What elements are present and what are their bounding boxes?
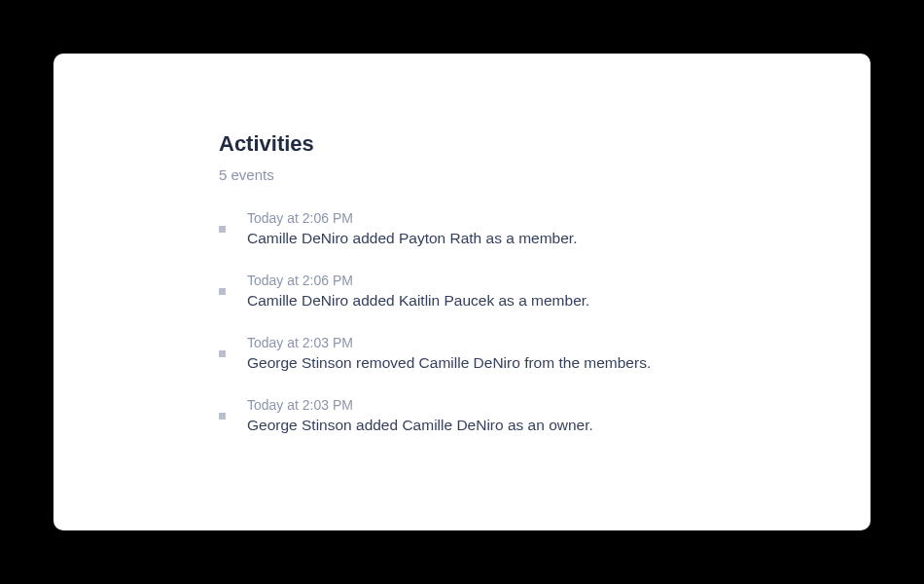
activity-description: Camille DeNiro added Kaitlin Paucek as a…	[247, 292, 589, 310]
activity-list: Today at 2:06 PM Camille DeNiro added Pa…	[219, 210, 871, 434]
bullet-icon	[219, 350, 226, 357]
activity-timestamp: Today at 2:06 PM	[247, 210, 577, 226]
bullet-icon	[219, 413, 226, 420]
activity-item: Today at 2:06 PM Camille DeNiro added Ka…	[219, 273, 871, 310]
activity-description: George Stinson added Camille DeNiro as a…	[247, 417, 593, 434]
activity-content: Today at 2:06 PM Camille DeNiro added Pa…	[247, 210, 577, 247]
activity-timestamp: Today at 2:03 PM	[247, 335, 651, 350]
activity-timestamp: Today at 2:06 PM	[247, 273, 589, 288]
section-title: Activities	[219, 131, 871, 157]
activity-card: Activities 5 events Today at 2:06 PM Cam…	[53, 54, 871, 530]
activity-content: Today at 2:06 PM Camille DeNiro added Ka…	[247, 273, 589, 310]
activity-item: Today at 2:06 PM Camille DeNiro added Pa…	[219, 210, 871, 247]
activity-description: George Stinson removed Camille DeNiro fr…	[247, 354, 651, 372]
activity-content: Today at 2:03 PM George Stinson removed …	[247, 335, 651, 372]
activity-item: Today at 2:03 PM George Stinson added Ca…	[219, 397, 871, 434]
bullet-icon	[219, 226, 226, 233]
event-count: 5 events	[219, 166, 871, 183]
activity-item: Today at 2:03 PM George Stinson removed …	[219, 335, 871, 372]
activity-description: Camille DeNiro added Payton Rath as a me…	[247, 230, 577, 247]
bullet-icon	[219, 288, 226, 295]
activity-content: Today at 2:03 PM George Stinson added Ca…	[247, 397, 593, 434]
activity-timestamp: Today at 2:03 PM	[247, 397, 593, 413]
